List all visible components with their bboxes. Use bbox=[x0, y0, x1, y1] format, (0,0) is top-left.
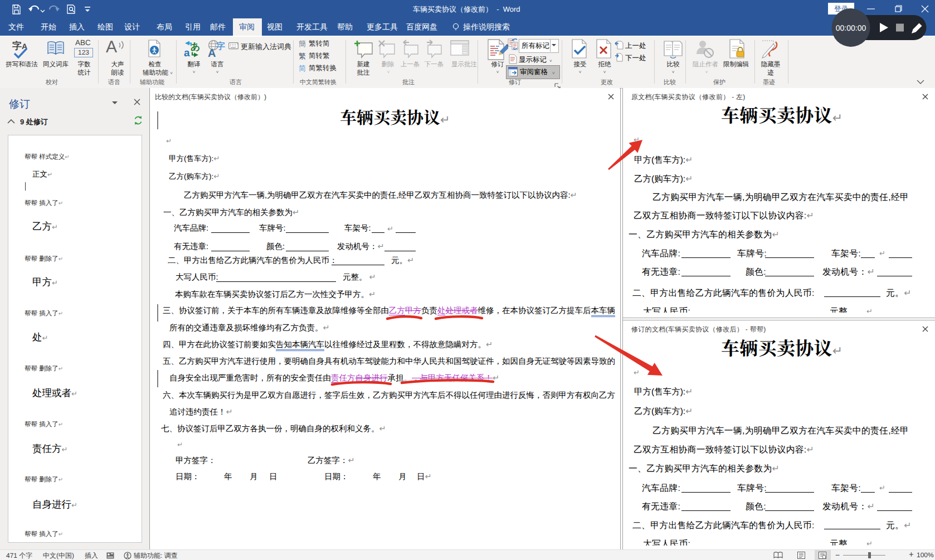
svg-text:あ: あ bbox=[191, 41, 200, 52]
svg-text:00:00:00: 00:00:00 bbox=[836, 23, 866, 32]
svg-text:字: 字 bbox=[216, 41, 225, 51]
svg-text:A: A bbox=[208, 47, 216, 59]
svg-text:a: a bbox=[184, 47, 190, 59]
